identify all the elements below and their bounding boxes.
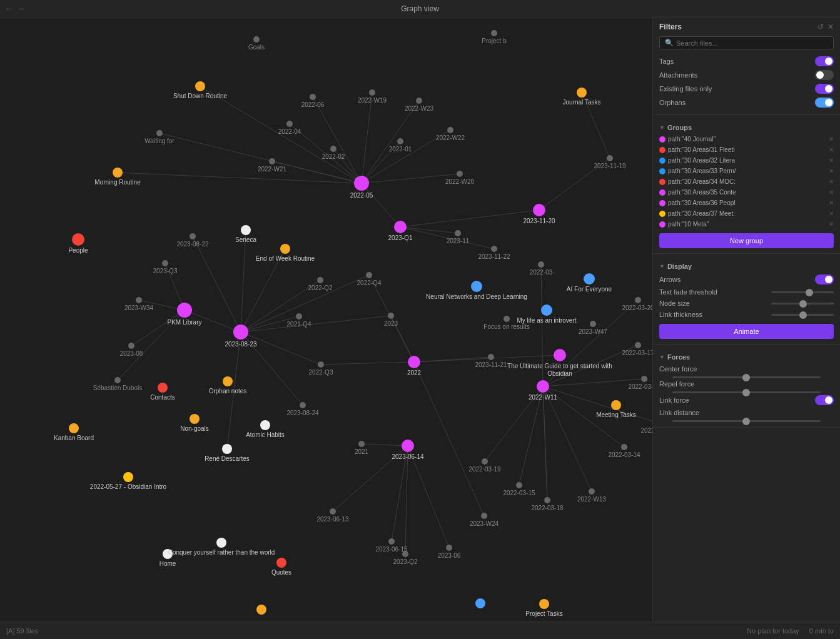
node-meeting-tasks[interactable] — [611, 400, 621, 410]
node-conquer[interactable] — [216, 538, 226, 548]
node-goals[interactable] — [253, 36, 260, 43]
node-2022[interactable] — [408, 356, 420, 368]
group-close-3[interactable]: ✕ — [829, 168, 834, 174]
refresh-icon[interactable]: ↺ — [817, 23, 824, 31]
node-waiting-for[interactable] — [156, 130, 163, 136]
toggle-tags[interactable] — [815, 56, 834, 66]
node-2022-W21[interactable] — [269, 158, 275, 164]
node-contacts[interactable] — [158, 383, 168, 393]
node-2023-06-13[interactable] — [330, 508, 336, 515]
link-force-toggle[interactable] — [815, 395, 834, 405]
toggle-orphans[interactable] — [815, 98, 834, 108]
node-focus[interactable] — [503, 316, 510, 322]
node-size-slider[interactable] — [771, 303, 834, 304]
graph-area[interactable]: GoalsProject bShut Down RoutineJournal T… — [0, 18, 652, 621]
node-2022-03-14[interactable] — [621, 444, 627, 450]
node-2023-Q1[interactable] — [394, 221, 407, 233]
forces-header[interactable]: ▼ Forces — [659, 350, 834, 363]
node-seb-dubois[interactable] — [114, 377, 121, 383]
node-2021-Q4[interactable] — [296, 313, 302, 320]
node-2023-06-15[interactable] — [388, 538, 395, 545]
node-2023-08-24[interactable] — [300, 402, 306, 408]
node-orange-dot1[interactable] — [256, 605, 266, 615]
node-non-goals[interactable] — [190, 414, 200, 424]
node-2023-W47[interactable] — [590, 321, 596, 327]
node-2023-11[interactable] — [455, 230, 461, 236]
group-close-5[interactable]: ✕ — [829, 189, 834, 196]
group-close-4[interactable]: ✕ — [829, 178, 834, 185]
node-seneca[interactable] — [241, 225, 251, 235]
node-2022-01[interactable] — [397, 138, 403, 144]
text-fade-slider[interactable] — [771, 291, 834, 293]
node-2023-06-14[interactable] — [402, 440, 414, 452]
animate-button[interactable]: Animate — [659, 324, 834, 339]
repel-force-slider[interactable] — [659, 391, 834, 393]
node-atomic-habits[interactable] — [260, 420, 270, 430]
group-close-7[interactable]: ✕ — [829, 210, 834, 217]
group-close-1[interactable]: ✕ — [829, 146, 834, 153]
node-life-introvert[interactable] — [541, 304, 552, 316]
group-close-6[interactable]: ✕ — [829, 199, 834, 206]
node-2023-W24[interactable] — [481, 513, 487, 519]
node-orphan-notes[interactable] — [223, 376, 233, 386]
node-end-week[interactable] — [280, 244, 290, 254]
node-2023-11-19[interactable] — [607, 155, 613, 161]
node-quotes[interactable] — [276, 558, 286, 568]
node-obsidian-intro[interactable] — [123, 472, 133, 482]
link-distance-slider[interactable] — [659, 420, 834, 422]
node-2022-W13[interactable] — [589, 488, 595, 495]
node-2022-05[interactable] — [354, 176, 369, 191]
search-box[interactable]: 🔍 — [659, 36, 834, 49]
node-2022-Q3[interactable] — [318, 361, 324, 368]
link-thickness-slider[interactable] — [771, 314, 834, 316]
node-2023[interactable] — [388, 313, 394, 319]
node-2022-02[interactable] — [330, 146, 337, 152]
node-people[interactable] — [72, 233, 84, 246]
display-header[interactable]: ▼ Display — [659, 259, 834, 273]
node-2021[interactable] — [358, 441, 365, 447]
node-rene-descartes[interactable] — [222, 444, 232, 454]
node-2023-Q3[interactable] — [162, 260, 168, 266]
search-input[interactable] — [676, 39, 828, 47]
toggle-attachments[interactable] — [815, 70, 834, 80]
node-ai-everyone[interactable] — [584, 273, 595, 284]
node-2023-11-22[interactable] — [491, 246, 497, 252]
group-close-2[interactable]: ✕ — [829, 157, 834, 164]
arrows-toggle[interactable] — [815, 274, 834, 284]
link-distance-thumb[interactable] — [742, 418, 750, 425]
new-group-button[interactable]: New group — [659, 233, 834, 248]
node-2022-04[interactable] — [286, 121, 293, 127]
node-2022-03-19[interactable] — [482, 458, 488, 465]
node-2022-Q4[interactable] — [366, 272, 372, 278]
node-2022-W23[interactable] — [416, 98, 422, 104]
forward-button[interactable]: → — [18, 4, 25, 13]
node-2022-W19[interactable] — [369, 89, 375, 96]
node-2022-W20[interactable] — [457, 171, 463, 177]
node-project-b[interactable] — [491, 30, 497, 36]
node-ultimate-guide[interactable] — [554, 349, 566, 361]
node-pkm-lib[interactable] — [177, 303, 192, 318]
node-2023-W34[interactable] — [136, 297, 142, 303]
node-2023-08-22[interactable] — [190, 233, 196, 239]
close-icon[interactable]: ✕ — [827, 23, 834, 31]
node-neural-nets[interactable] — [471, 281, 482, 292]
node-project-tasks[interactable] — [539, 599, 549, 609]
text-fade-thumb[interactable] — [806, 289, 813, 296]
back-button[interactable]: ← — [5, 4, 13, 13]
node-2022-03[interactable] — [538, 261, 544, 268]
link-thickness-thumb[interactable] — [799, 311, 807, 319]
node-kanban[interactable] — [69, 423, 79, 433]
node-size-thumb[interactable] — [799, 300, 807, 308]
node-shutdown[interactable] — [195, 81, 205, 91]
node-2023-11-20[interactable] — [533, 204, 545, 216]
nav-arrows[interactable]: ← → — [5, 4, 25, 13]
node-morning-routine[interactable] — [113, 168, 123, 178]
node-2023-06[interactable] — [446, 545, 452, 551]
node-journal-tasks[interactable] — [577, 88, 587, 98]
node-2023-08-23[interactable] — [233, 325, 248, 340]
group-close-8[interactable]: ✕ — [829, 221, 834, 228]
node-2022-03-17[interactable] — [635, 342, 641, 348]
node-2022-03-20[interactable] — [635, 297, 641, 303]
node-2022-03-15[interactable] — [516, 482, 522, 488]
groups-header[interactable]: ▼ Groups — [659, 120, 834, 134]
